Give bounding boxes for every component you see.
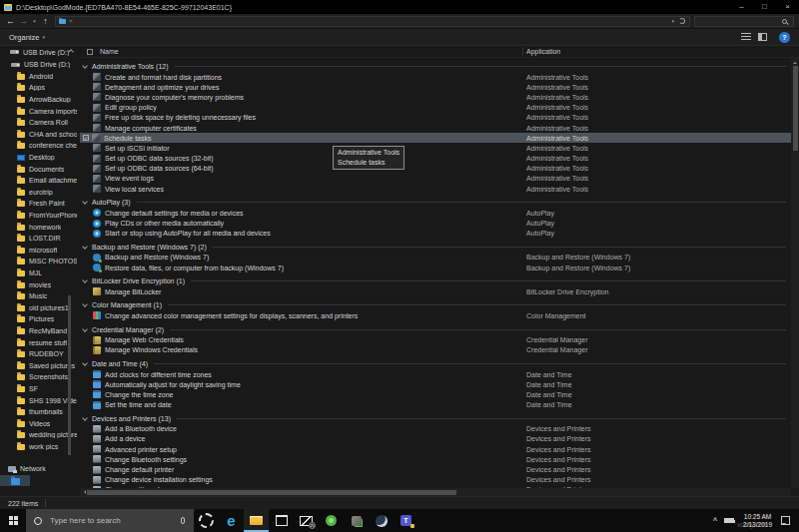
column-header-name[interactable]: Name <box>100 48 119 55</box>
list-item[interactable]: Add a Bluetooth device Devices and Print… <box>80 424 791 434</box>
icons-view-icon[interactable] <box>758 33 767 41</box>
list-item[interactable]: Free up disk space by deleting unnecessa… <box>80 113 791 123</box>
list-item[interactable]: Start or stop using AutoPlay for all med… <box>80 229 791 239</box>
sidebar-item[interactable]: Documents <box>0 163 80 175</box>
sidebar-item[interactable]: Apps <box>0 82 80 94</box>
sidebar-item[interactable]: ArrowBackup <box>0 94 80 106</box>
file-explorer-icon[interactable] <box>244 509 269 532</box>
sidebar-item[interactable]: homework <box>0 221 80 233</box>
teams-icon[interactable] <box>394 509 418 532</box>
breadcrumb-chevron-icon[interactable]: > <box>69 18 73 24</box>
sidebar-item[interactable]: Camera Roll <box>0 117 80 129</box>
list-item[interactable]: Add a device Devices and Printers <box>80 434 791 444</box>
settings-icon[interactable] <box>194 509 219 532</box>
chevron-down-icon[interactable] <box>82 63 88 69</box>
steam-icon[interactable] <box>369 509 394 532</box>
sidebar-item[interactable]: CHA and school <box>0 129 80 141</box>
details-view-icon[interactable] <box>741 33 751 41</box>
column-header-application[interactable]: Application <box>526 48 560 55</box>
up-button[interactable]: ↑ <box>39 14 52 29</box>
store-icon[interactable] <box>269 509 294 532</box>
list-item[interactable]: Defragment and optimize your drives Admi… <box>80 82 791 92</box>
search-input[interactable] <box>694 16 794 27</box>
horizontal-scrollbar-thumb[interactable] <box>87 490 456 495</box>
sidebar-item[interactable]: MISC PHOTOS <box>0 256 80 267</box>
group-header[interactable]: BitLocker Drive Encryption (1) <box>80 275 791 286</box>
back-button[interactable]: ← <box>4 14 17 29</box>
scroll-up-icon[interactable] <box>793 60 797 64</box>
maximize-button[interactable]: □ <box>753 0 776 14</box>
select-all-checkbox[interactable] <box>87 49 93 55</box>
horizontal-scrollbar[interactable] <box>80 488 791 496</box>
address-bar[interactable]: > ▾ <box>55 16 690 27</box>
sidebar-item[interactable]: MJL <box>0 267 80 279</box>
list-item[interactable]: Change default settings for media or dev… <box>80 208 791 218</box>
list-item[interactable]: Automatically adjust for daylight saving… <box>80 379 791 389</box>
list-item[interactable]: Change default printer Devices and Print… <box>80 464 791 474</box>
group-header[interactable]: Backup and Restore (Windows 7) (2) <box>80 242 791 253</box>
sidebar-item[interactable]: LOST.DIR <box>0 233 80 245</box>
vertical-scrollbar[interactable] <box>791 58 799 488</box>
taskbar-clock[interactable]: 10:25 AM 2/13/2019 vusay.com <box>743 513 772 529</box>
list-item[interactable]: Manage computer certificates Administrat… <box>80 123 791 133</box>
sidebar-item[interactable]: Desktop <box>0 152 80 164</box>
column-separator[interactable] <box>522 47 523 56</box>
refresh-icon[interactable] <box>679 18 685 24</box>
microphone-icon[interactable] <box>181 517 185 524</box>
sidebar-item[interactable]: movies <box>0 278 80 290</box>
chevron-down-icon[interactable] <box>82 415 88 421</box>
vertical-scrollbar-thumb[interactable] <box>793 66 798 151</box>
chevron-down-icon[interactable] <box>82 326 88 332</box>
help-button[interactable]: ? <box>779 32 790 43</box>
list-item[interactable]: Manage Web Credentials Credential Manage… <box>80 335 791 345</box>
list-item[interactable]: Create and format hard disk partitions A… <box>80 72 791 82</box>
chevron-down-icon[interactable] <box>82 199 88 205</box>
sidebar-item[interactable]: Android <box>0 71 80 83</box>
sidebar-item[interactable]: Camera imports <box>0 105 80 117</box>
sidebar-root-item[interactable]: USB Drive (D:) <box>0 46 80 58</box>
sidebar-item[interactable]: Email attachmen <box>0 175 80 187</box>
list-item[interactable]: Diagnose your computer's memory problems… <box>80 92 791 102</box>
list-item[interactable]: Schedule tasks Administrative Tools <box>80 133 791 143</box>
hidden-icons-chevron[interactable]: ^ <box>713 517 717 524</box>
list-item[interactable]: Set the time and date Date and Time <box>80 400 791 410</box>
edge-icon[interactable] <box>219 509 244 532</box>
list-item[interactable]: Edit group policy Administrative Tools <box>80 103 791 113</box>
scroll-left-icon[interactable] <box>82 490 86 494</box>
close-button[interactable]: × <box>776 0 799 14</box>
taskbar-search-input[interactable]: Type here to search <box>26 509 194 532</box>
list-item[interactable]: View event logs Administrative Tools <box>80 174 791 184</box>
list-item[interactable]: View local services Administrative Tools <box>80 184 791 194</box>
list-item[interactable]: Restore data, files, or computer from ba… <box>80 263 791 272</box>
item-checkbox[interactable] <box>83 135 89 141</box>
chevron-down-icon[interactable] <box>82 277 88 283</box>
list-item[interactable]: Manage BitLocker BitLocker Drive Encrypt… <box>80 286 791 296</box>
list-item[interactable]: Set up iSCSI initiator Administrative To… <box>80 143 791 153</box>
action-center-icon[interactable] <box>781 516 790 525</box>
chevron-down-icon[interactable] <box>82 360 88 366</box>
list-item[interactable]: Change device installation settings Devi… <box>80 475 791 485</box>
utility-app-icon[interactable] <box>344 509 369 532</box>
sidebar-item[interactable]: eurotrip <box>0 187 80 199</box>
chevron-down-icon[interactable] <box>82 302 88 308</box>
mail-icon[interactable]: 25 <box>294 509 319 532</box>
list-item[interactable]: Change advanced color management setting… <box>80 310 791 320</box>
list-item[interactable]: Change the time zone Date and Time <box>80 389 791 399</box>
start-button[interactable] <box>0 509 26 532</box>
sidebar-item[interactable]: microsoft <box>0 245 80 257</box>
group-header[interactable]: Credential Manager (2) <box>80 324 791 335</box>
list-item[interactable]: Add clocks for different time zones Date… <box>80 369 791 379</box>
list-item[interactable]: Change Bluetooth settings Devices and Pr… <box>80 454 791 464</box>
address-dropdown-icon[interactable]: ▾ <box>671 18 674 24</box>
list-item[interactable]: Advanced printer setup Devices and Print… <box>80 444 791 454</box>
sidebar-item[interactable] <box>0 475 30 487</box>
android-emulator-icon[interactable] <box>319 509 344 532</box>
group-header[interactable]: Devices and Printers (13) <box>80 413 791 424</box>
sidebar-item[interactable]: conference chec <box>0 140 80 152</box>
list-item[interactable]: Backup and Restore (Windows 7) Backup an… <box>80 253 791 263</box>
group-header[interactable]: Color Management (1) <box>80 299 791 310</box>
sidebar-scrollbar[interactable] <box>68 295 71 455</box>
list-item[interactable]: Set up ODBC data sources (64-bit) Admini… <box>80 164 791 174</box>
organize-button[interactable]: Organize ▾ <box>9 33 45 42</box>
list-item[interactable]: Manage Windows Credentials Credential Ma… <box>80 345 791 355</box>
